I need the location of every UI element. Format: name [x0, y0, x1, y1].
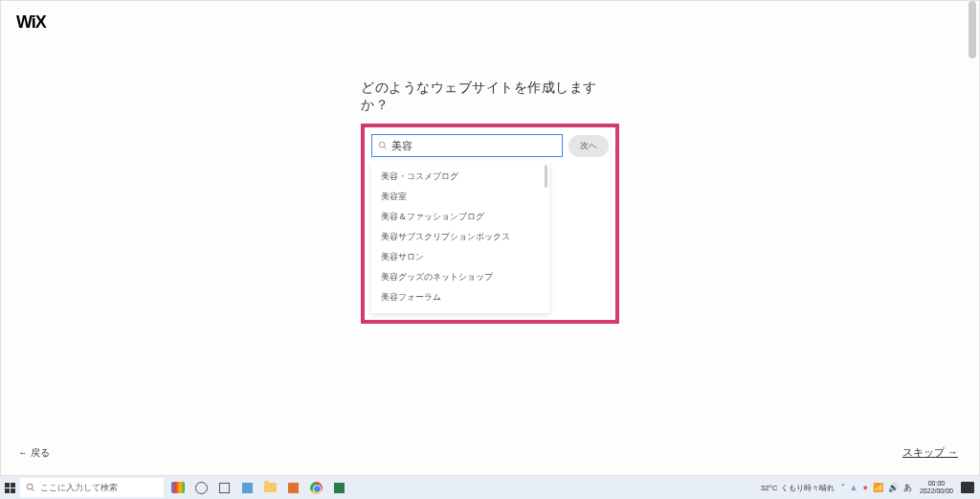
scrollbar-thumb[interactable] — [969, 1, 976, 58]
app-icon[interactable] — [240, 481, 254, 494]
app-icon[interactable] — [286, 481, 300, 494]
suggestion-item[interactable]: 美容グッズのネットショップ — [371, 267, 549, 287]
app-icon[interactable] — [332, 481, 345, 494]
tray-app-icon[interactable]: ● — [863, 483, 868, 492]
weather-text: くもり時々晴れ — [781, 483, 835, 493]
news-widget-icon[interactable] — [171, 481, 185, 494]
tray-chevron-icon[interactable]: ˆ — [842, 483, 845, 492]
suggestion-item[interactable]: 美容・コスメブログ — [371, 167, 549, 187]
wix-logo: WiX — [16, 12, 46, 33]
search-icon — [378, 141, 388, 150]
svg-point-2 — [27, 484, 33, 489]
search-icon — [26, 483, 35, 492]
site-type-search-input[interactable]: 美容 — [371, 134, 563, 157]
onboarding-panel: どのようなウェブサイトを作成しますか？ 美容 次へ 美容・コスメブログ 美容室 … — [361, 79, 619, 324]
task-view-icon[interactable] — [217, 481, 231, 494]
file-explorer-icon[interactable] — [263, 481, 277, 494]
browser-window: WiX どのようなウェブサイトを作成しますか？ 美容 次へ 美容・コスメブログ … — [0, 0, 980, 476]
clock-date: 2022/00/00 — [920, 488, 953, 495]
page-title: どのようなウェブサイトを作成しますか？ — [361, 79, 619, 114]
taskbar-clock[interactable]: 00:00 2022/00/00 — [920, 480, 953, 494]
cortana-icon[interactable] — [194, 481, 208, 494]
start-button[interactable] — [0, 476, 19, 499]
page-scrollbar[interactable] — [969, 1, 976, 475]
suggestion-item[interactable]: 美容＆ファッションブログ — [371, 207, 549, 227]
suggestion-item[interactable]: 美容フォーラム — [371, 287, 549, 307]
clock-time: 00:00 — [920, 480, 953, 488]
dropdown-scrollbar[interactable] — [545, 165, 547, 188]
weather-temp: 32°C — [761, 484, 778, 492]
tray-icons: ˆ ▲ ● 📶 🔊 あ — [842, 482, 912, 494]
volume-icon[interactable]: 🔊 — [888, 483, 899, 492]
svg-point-0 — [379, 142, 385, 147]
search-row: 美容 次へ — [371, 134, 609, 157]
suggestions-dropdown: 美容・コスメブログ 美容室 美容＆ファッションブログ 美容サブスクリプションボッ… — [371, 161, 549, 313]
action-center-icon[interactable] — [961, 482, 974, 493]
svg-line-1 — [384, 147, 387, 149]
network-icon[interactable]: 📶 — [873, 483, 883, 492]
taskbar-search-placeholder: ここに入力して検索 — [40, 482, 118, 494]
suggestion-item[interactable]: 美容サロン — [371, 247, 549, 267]
chrome-icon[interactable] — [309, 481, 323, 494]
back-link[interactable]: ← 戻る — [18, 446, 50, 460]
windows-icon — [5, 483, 15, 493]
skip-link[interactable]: スキップ → — [902, 445, 958, 460]
windows-taskbar: ここに入力して検索 32°C くもり時々晴れ ˆ ▲ ● 📶 🔊 あ 00:00… — [0, 476, 980, 499]
system-tray: 32°C くもり時々晴れ ˆ ▲ ● 📶 🔊 あ 00:00 2022/00/0… — [761, 480, 980, 494]
taskbar-search[interactable]: ここに入力して検索 — [20, 478, 164, 497]
search-value: 美容 — [391, 139, 412, 153]
ime-indicator[interactable]: あ — [903, 482, 912, 494]
highlight-box: 美容 次へ 美容・コスメブログ 美容室 美容＆ファッションブログ 美容サブスクリ… — [361, 124, 619, 324]
weather-widget[interactable]: 32°C くもり時々晴れ — [761, 483, 835, 493]
next-button[interactable]: 次へ — [568, 135, 609, 157]
onedrive-icon[interactable]: ▲ — [850, 483, 858, 492]
svg-line-3 — [32, 488, 34, 491]
suggestion-item[interactable]: 美容サブスクリプションボックス — [371, 227, 549, 247]
suggestion-item[interactable]: 美容室 — [371, 187, 549, 207]
taskbar-pinned — [171, 481, 345, 494]
